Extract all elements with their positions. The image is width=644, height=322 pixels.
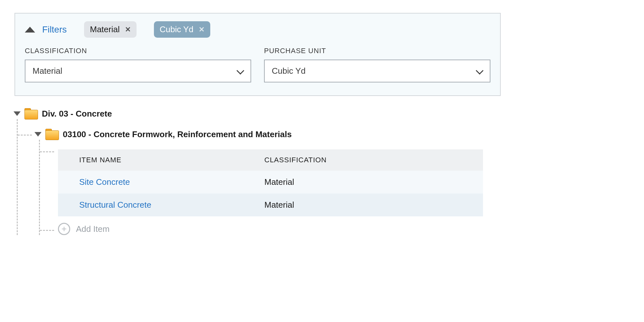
classification-select[interactable]: Material (25, 60, 251, 82)
purchase-unit-value: Cubic Yd (272, 66, 306, 76)
close-icon[interactable]: ✕ (199, 25, 204, 34)
collapse-caret-icon[interactable] (25, 27, 35, 33)
classification-field: CLASSIFICATION Material (25, 47, 251, 82)
tree-node-label: 03100 - Concrete Formwork, Reinforcement… (63, 129, 292, 139)
add-item-button[interactable]: + Add Item (58, 223, 644, 235)
classification-label: CLASSIFICATION (25, 47, 251, 55)
item-classification: Material (264, 177, 483, 187)
item-link[interactable]: Structural Concrete (79, 200, 264, 210)
tree-node-03100[interactable]: 03100 - Concrete Formwork, Reinforcement… (34, 129, 644, 140)
purchase-unit-label: PURCHASE UNIT (264, 47, 490, 55)
filter-fields: CLASSIFICATION Material PURCHASE UNIT Cu… (25, 47, 490, 82)
filter-chip-label: Material (90, 24, 119, 34)
filter-header: Filters Material ✕ Cubic Yd ✕ (25, 21, 490, 38)
subtree: 03100 - Concrete Formwork, Reinforcement… (17, 119, 644, 235)
add-item-label: Add Item (76, 224, 109, 234)
filters-toggle[interactable]: Filters (42, 24, 67, 35)
plus-circle-icon: + (58, 223, 70, 235)
table-row: Structural Concrete Material (58, 194, 483, 216)
folder-icon (45, 129, 59, 140)
chevron-down-icon (238, 70, 243, 73)
filter-chip-cubic-yd[interactable]: Cubic Yd ✕ (154, 21, 210, 38)
tree-node-label: Div. 03 - Concrete (42, 109, 112, 119)
item-classification: Material (264, 200, 483, 210)
items-header: ITEM NAME CLASSIFICATION (58, 149, 483, 171)
filter-chip-material[interactable]: Material ✕ (84, 21, 136, 38)
close-icon[interactable]: ✕ (125, 25, 131, 34)
subtree: ITEM NAME CLASSIFICATION Site Concrete M… (39, 140, 644, 235)
col-header-classification: CLASSIFICATION (264, 156, 483, 164)
tree-node-div-03[interactable]: Div. 03 - Concrete (14, 108, 644, 119)
item-link[interactable]: Site Concrete (79, 177, 264, 187)
folder-icon (24, 108, 38, 119)
items-table: ITEM NAME CLASSIFICATION Site Concrete M… (58, 149, 483, 216)
table-row: Site Concrete Material (58, 171, 483, 194)
chevron-down-icon (477, 70, 483, 73)
classification-value: Material (33, 66, 62, 76)
filter-chip-label: Cubic Yd (160, 24, 194, 34)
caret-down-icon[interactable] (14, 111, 21, 116)
caret-down-icon[interactable] (34, 132, 42, 137)
purchase-unit-select[interactable]: Cubic Yd (264, 60, 490, 82)
purchase-unit-field: PURCHASE UNIT Cubic Yd (264, 47, 490, 82)
tree: Div. 03 - Concrete 03100 - Concrete Form… (14, 108, 644, 235)
col-header-name: ITEM NAME (79, 156, 264, 164)
filter-panel: Filters Material ✕ Cubic Yd ✕ CLASSIFICA… (14, 13, 501, 96)
